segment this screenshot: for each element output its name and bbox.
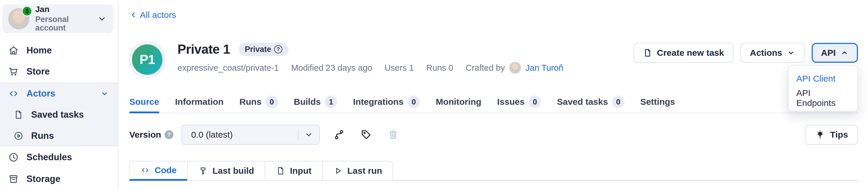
tab-count-badge: 0 xyxy=(266,96,278,108)
sidebar-item-saved-tasks[interactable]: Saved tasks xyxy=(0,105,118,125)
subtab-code[interactable]: Code xyxy=(129,161,188,181)
sidebar-item-label: Saved tasks xyxy=(31,110,84,120)
header-texts: Private 1 Private ? expressive_coast/pri… xyxy=(178,42,563,74)
tab-runs[interactable]: Runs 0 xyxy=(240,91,278,113)
document-icon xyxy=(276,166,285,176)
subtab-label: Last run xyxy=(347,166,382,176)
actor-tabbar: Source Information Runs 0 Builds 1 Integ… xyxy=(129,91,858,113)
home-icon xyxy=(8,45,19,56)
document-icon xyxy=(13,110,24,120)
play-icon xyxy=(333,166,343,176)
menu-item-api-client[interactable]: API Client xyxy=(789,69,858,88)
actor-detail-page: $ Jan Personal account Home Store xyxy=(0,0,868,189)
sidebar-item-schedules[interactable]: Schedules xyxy=(0,147,118,167)
create-new-task-button[interactable]: Create new task xyxy=(633,43,734,63)
tab-label: Runs xyxy=(240,97,261,107)
back-link-label: All actors xyxy=(140,10,176,20)
subtab-label: Last build xyxy=(212,166,254,176)
version-select-value: 0.0 (latest) xyxy=(182,130,298,140)
sidebar-item-label: Home xyxy=(26,45,52,56)
users-count: Users 1 xyxy=(384,63,414,73)
tab-count-badge: 1 xyxy=(325,96,337,108)
tab-monitoring[interactable]: Monitoring xyxy=(436,91,481,113)
tab-settings[interactable]: Settings xyxy=(640,91,675,113)
sidebar: $ Jan Personal account Home Store xyxy=(0,0,118,189)
tab-label: Builds xyxy=(294,97,321,107)
store-cart-icon xyxy=(8,66,19,77)
subtab-input[interactable]: Input xyxy=(265,161,322,181)
source-subtabs: Code Last build Input Last run xyxy=(129,161,393,181)
tab-label: Settings xyxy=(640,97,675,107)
help-icon[interactable]: ? xyxy=(274,45,282,53)
subtab-last-build[interactable]: Last build xyxy=(187,161,265,181)
sidebar-item-store[interactable]: Store xyxy=(0,61,118,82)
actor-header: P1 Private 1 Private ? expressive_coast/… xyxy=(129,42,563,77)
chevron-up-icon xyxy=(840,49,848,57)
tab-source[interactable]: Source xyxy=(129,91,159,113)
tab-label: Source xyxy=(129,97,159,107)
sidebar-item-runs[interactable]: Runs xyxy=(0,126,118,146)
sidebar-item-storage[interactable]: Storage xyxy=(0,169,118,189)
tab-saved-tasks[interactable]: Saved tasks 0 xyxy=(557,91,624,113)
help-icon[interactable]: ? xyxy=(164,130,174,139)
avatar-initials: P1 xyxy=(132,44,162,75)
subtab-last-run[interactable]: Last run xyxy=(322,161,393,181)
api-dropdown-menu: API Client API Endpoints xyxy=(788,65,858,112)
version-toolbar: Version ? 0.0 (latest) xyxy=(129,124,858,145)
modified-date: Modified 23 days ago xyxy=(291,63,372,73)
chevron-down-icon xyxy=(97,14,107,24)
api-button[interactable]: API xyxy=(812,43,858,63)
back-to-all-actors-link[interactable]: All actors xyxy=(129,10,176,20)
version-label: Version xyxy=(129,130,161,140)
actor-avatar: P1 xyxy=(129,42,165,77)
tab-count-badge: 0 xyxy=(612,96,624,108)
code-brackets-icon xyxy=(8,88,19,99)
actions-label: Actions xyxy=(750,48,782,58)
subtab-label: Input xyxy=(290,166,311,176)
sidebar-item-label: Store xyxy=(26,66,50,77)
tab-integrations[interactable]: Integrations 0 xyxy=(353,91,420,113)
sidebar-item-home[interactable]: Home xyxy=(0,40,118,61)
sidebar-item-actors[interactable]: Actors xyxy=(0,83,118,104)
crafted-by-label: Crafted by xyxy=(465,63,505,73)
chevron-down-icon xyxy=(787,49,795,57)
sidebar-item-label: Runs xyxy=(31,130,54,141)
runs-count: Runs 0 xyxy=(426,63,454,73)
code-brackets-icon xyxy=(141,165,150,175)
chevron-left-icon xyxy=(129,11,137,19)
menu-item-api-endpoints[interactable]: API Endpoints xyxy=(789,88,858,108)
git-branch-button[interactable] xyxy=(333,129,345,141)
tab-label: Information xyxy=(175,97,224,107)
author-link[interactable]: Jan Turoň xyxy=(525,63,563,73)
tab-builds[interactable]: Builds 1 xyxy=(294,91,337,113)
actions-button[interactable]: Actions xyxy=(741,43,805,63)
tab-issues[interactable]: Issues 0 xyxy=(497,91,541,113)
account-text: Jan Personal account xyxy=(35,5,97,33)
storage-box-icon xyxy=(8,174,19,184)
user-avatar: $ xyxy=(8,8,29,29)
sidebar-item-label: Storage xyxy=(26,174,60,184)
build-hammer-icon xyxy=(198,166,208,176)
account-switcher[interactable]: $ Jan Personal account xyxy=(2,4,114,33)
tab-count-badge: 0 xyxy=(529,96,541,108)
play-circle-icon xyxy=(13,131,24,141)
main-content: All actors P1 Private 1 Private ? expres… xyxy=(119,0,868,189)
chevron-down-icon xyxy=(299,130,319,139)
task-document-icon xyxy=(643,48,652,58)
trash-button[interactable] xyxy=(387,129,399,141)
version-select[interactable]: 0.0 (latest) xyxy=(182,125,320,145)
tips-button[interactable]: Tips xyxy=(805,125,858,145)
tab-label: Monitoring xyxy=(436,97,481,107)
api-label: API xyxy=(821,48,836,58)
create-new-task-label: Create new task xyxy=(657,48,724,58)
account-type: Personal account xyxy=(35,15,97,33)
header-actions: Create new task Actions API xyxy=(633,43,858,63)
tag-button[interactable] xyxy=(360,129,372,141)
lightbulb-icon xyxy=(815,129,826,140)
clock-icon xyxy=(8,152,19,162)
visibility-badge: Private ? xyxy=(239,43,288,56)
tab-label: Integrations xyxy=(353,97,403,107)
tab-count-badge: 0 xyxy=(408,96,420,108)
tab-information[interactable]: Information xyxy=(175,91,224,113)
tab-label: Issues xyxy=(497,97,525,107)
